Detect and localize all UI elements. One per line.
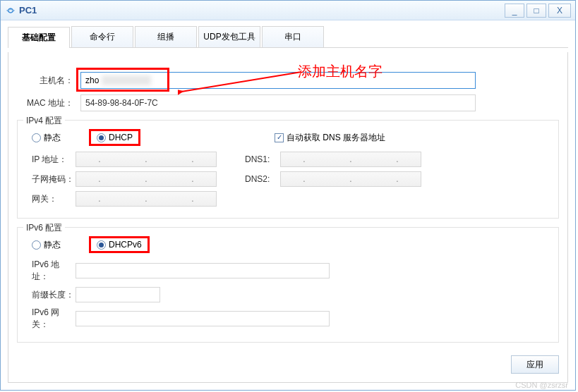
ipv6-dhcpv6-label: DHCPv6: [109, 240, 142, 250]
dns1-label: DNS1:: [245, 154, 280, 164]
ipv4-section: IPv4 配置 静态 DHCP ✓ 自动获取 DNS 服务器地址: [17, 120, 559, 219]
config-panel: 主机名： MAC 地址： 54-89-98-84-0F-7C IPv4 配置: [8, 52, 568, 383]
window-title: PC1: [19, 5, 502, 16]
ipv6-static-radio[interactable]: 静态: [32, 239, 61, 251]
app-icon: [5, 5, 16, 16]
hostname-label: 主机名：: [17, 75, 80, 87]
ipv6-prefix-field[interactable]: [76, 287, 160, 302]
mask-field[interactable]: ...: [76, 171, 217, 187]
radio-icon: [97, 240, 106, 250]
apply-button[interactable]: 应用: [511, 355, 559, 374]
ip-label: IP 地址：: [25, 154, 76, 166]
close-button[interactable]: X: [548, 4, 571, 18]
mask-label: 子网掩码：: [25, 173, 76, 185]
mac-value: 54-89-98-84-0F-7C: [80, 94, 476, 111]
minimize-button[interactable]: _: [505, 4, 524, 18]
ipv6-gateway-label: IPv6 网关：: [25, 307, 76, 331]
csdn-watermark: CSDN @zsrzsr: [515, 381, 568, 389]
radio-icon: [32, 240, 41, 250]
maximize-button[interactable]: □: [526, 4, 546, 18]
tabbar: 基础配置 命令行 组播 UDP发包工具 串口: [8, 26, 568, 48]
radio-icon: [32, 133, 41, 142]
blur-patch: [102, 75, 151, 85]
gateway-field[interactable]: ...: [76, 191, 217, 207]
tab-multicast[interactable]: 组播: [135, 26, 197, 47]
ip-field[interactable]: ...: [76, 152, 217, 167]
ipv6-static-label: 静态: [44, 239, 61, 251]
ipv4-title: IPv4 配置: [23, 115, 65, 127]
ipv6-section: IPv6 配置 静态 DHCPv6 IPv6 地址： 前缀长: [17, 227, 559, 343]
ipv6-dhcpv6-radio[interactable]: DHCPv6: [89, 236, 150, 253]
ipv4-dhcp-label: DHCP: [109, 133, 133, 142]
tab-serial[interactable]: 串口: [262, 26, 324, 47]
tab-cmd[interactable]: 命令行: [71, 26, 133, 47]
dns1-field[interactable]: ...: [280, 152, 421, 167]
ipv6-title: IPv6 配置: [23, 222, 65, 234]
maximize-icon: □: [534, 6, 538, 16]
auto-dns-label: 自动获取 DNS 服务器地址: [287, 132, 385, 144]
ipv6-prefix-label: 前缀长度：: [25, 289, 76, 301]
ipv4-static-label: 静态: [44, 132, 61, 144]
checkbox-icon: ✓: [275, 133, 284, 142]
gateway-label: 网关：: [25, 193, 76, 205]
ipv6-ip-label: IPv6 地址：: [25, 259, 76, 283]
ipv4-static-radio[interactable]: 静态: [32, 132, 61, 144]
auto-dns-checkbox[interactable]: ✓ 自动获取 DNS 服务器地址: [275, 132, 385, 144]
minimize-icon: _: [512, 6, 517, 16]
dns2-field[interactable]: ...: [280, 171, 421, 187]
tab-basic[interactable]: 基础配置: [8, 27, 70, 48]
dns2-label: DNS2:: [245, 174, 280, 184]
mac-label: MAC 地址：: [17, 97, 80, 109]
tab-udp[interactable]: UDP发包工具: [198, 26, 260, 47]
close-icon: X: [557, 6, 562, 16]
radio-icon: [97, 133, 106, 142]
titlebar: PC1 _ □ X: [1, 1, 575, 20]
ipv4-dhcp-radio[interactable]: DHCP: [89, 129, 140, 146]
ipv6-ip-field[interactable]: [76, 263, 330, 278]
ipv6-gateway-field[interactable]: [76, 311, 330, 326]
